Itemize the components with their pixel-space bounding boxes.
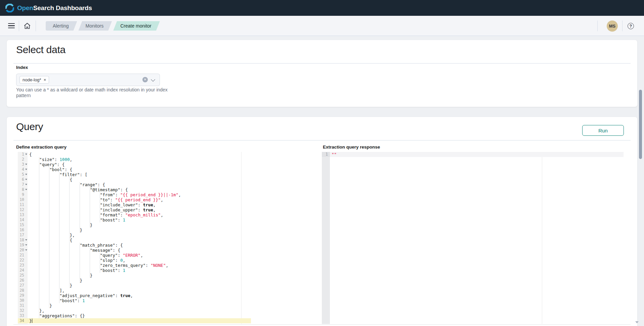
line-number: 22 [18,258,28,263]
app-header: OpenSearch Dashboards [0,0,644,16]
fold-arrow-icon[interactable] [25,249,27,251]
fold-arrow-icon[interactable] [25,169,27,170]
run-button[interactable]: Run [582,125,624,136]
code-line[interactable]: "match_phrase": { [28,243,251,248]
fold-arrow-icon[interactable] [25,239,27,241]
query-response-editor[interactable]: 1 "" [322,152,624,324]
code-line[interactable]: }, [28,308,251,313]
index-label: Index [16,65,28,70]
line-number: 21 [18,253,28,258]
line-number: 20 [18,248,28,253]
line-number: 4 [18,167,28,172]
remove-tag-icon[interactable]: × [44,78,46,82]
fold-arrow-icon[interactable] [25,179,27,180]
fold-arrow-icon[interactable] [25,244,27,246]
index-tag-label: node-log* [23,77,41,82]
fold-arrow-icon[interactable] [25,184,27,185]
code-area[interactable]: { "size": 1000, "query": { "bool": { "fi… [28,152,251,324]
index-help-text: You can use a * as a wildcard or date ma… [16,87,170,98]
code-line[interactable]: } [28,228,251,233]
line-number: 33 [18,313,28,318]
code-line[interactable]: "boost": 1 [28,217,251,222]
code-line[interactable]: } [28,278,251,283]
code-line[interactable]: "size": 1000, [28,157,251,162]
line-number: 23 [18,263,28,268]
query-panel: Query Run Define extraction query Extrac… [7,117,637,326]
line-number: 2 [18,157,28,162]
line-number: 17 [18,233,28,238]
code-line[interactable]: { [28,238,251,243]
line-number: 12 [18,207,28,212]
clear-icon[interactable]: ✕ [142,77,148,82]
code-line[interactable]: "filter": [ [28,172,251,177]
code-line[interactable]: { [28,152,251,157]
code-line[interactable]: "zero_terms_query": "NONE", [28,263,251,268]
code-line[interactable]: "query": "ERROR", [28,253,251,258]
code-line[interactable]: "include_lower": true, [28,202,251,207]
code-line[interactable]: } [28,222,251,228]
code-line[interactable]: "@timestamp": { [28,187,251,192]
code-line[interactable]: }, [28,233,251,238]
fold-arrow-icon[interactable] [25,164,27,165]
line-number: 14 [18,217,28,222]
opensearch-logo [5,4,14,12]
divider [13,140,631,140]
index-combobox[interactable]: node-log*× ✕ [16,74,160,86]
line-number: 8 [18,187,28,192]
code-line[interactable]: "message": { [28,248,251,253]
code-line[interactable]: "query": { [28,162,251,167]
line-number: 3 [18,162,28,167]
select-data-panel: Select data Index node-log*× ✕ You can u… [7,40,637,107]
help-icon[interactable]: ? [628,23,634,29]
home-icon[interactable] [24,22,31,30]
query-title: Query [16,121,43,132]
extraction-query-editor[interactable]: 1234567891011121314151617181920212223242… [18,152,251,324]
breadcrumb-create-monitor[interactable]: Create monitor [113,21,160,31]
code-line[interactable]: } [28,273,251,278]
line-number: 1 [18,152,28,157]
line-number: 19 [18,243,28,248]
line-number: 10 [18,197,28,202]
page-title: Select data [16,44,66,55]
breadcrumb-monitors[interactable]: Monitors [78,21,112,31]
line-number: 7 [18,182,28,187]
code-line[interactable]: } [28,318,251,323]
code-line[interactable]: "adjust_pure_negative": true, [28,293,251,298]
divider [13,63,631,64]
code-line[interactable]: "from": "{{ period_end }}||-1m", [28,192,251,197]
code-line[interactable]: "include_upper": true, [28,207,251,212]
code-line[interactable]: "bool": { [28,167,251,172]
code-line[interactable]: { [28,177,251,182]
code-line[interactable]: "format": "epoch_millis", [28,212,251,217]
nav-divider [597,21,598,31]
index-tag[interactable]: node-log*× [19,76,49,84]
fold-arrow-icon[interactable] [25,174,27,175]
breadcrumb-alerting[interactable]: Alerting [46,21,77,31]
line-number: 26 [18,278,28,283]
code-line[interactable]: "boost": 1 [28,298,251,303]
chevron-down-icon[interactable] [151,77,155,82]
code-line[interactable]: "range": { [28,182,251,187]
line-number: 9 [18,192,28,197]
nav-divider [36,21,36,31]
line-number: 1 [322,152,330,157]
menu-icon[interactable] [8,23,15,29]
nav-divider [19,21,19,31]
line-number: 31 [18,303,28,308]
code-line[interactable]: "slop": 0, [28,258,251,263]
code-line[interactable]: ], [28,288,251,293]
code-line[interactable]: "to": "{{ period_end }}", [28,197,251,202]
code-line[interactable]: "boost": 1 [28,268,251,273]
code-line[interactable]: "aggregations": {} [28,313,251,318]
line-number-gutter: 1 [322,152,330,324]
page-scrollbar[interactable] [639,90,642,159]
code-line[interactable]: "" [330,152,624,157]
code-line[interactable]: } [28,283,251,288]
line-number: 5 [18,172,28,177]
fold-arrow-icon[interactable] [25,189,27,190]
line-number: 11 [18,202,28,207]
breadcrumb: Alerting Monitors Create monitor [46,21,160,31]
avatar[interactable]: MS [607,21,618,32]
fold-arrow-icon[interactable] [25,154,27,155]
code-line[interactable]: } [28,303,251,308]
